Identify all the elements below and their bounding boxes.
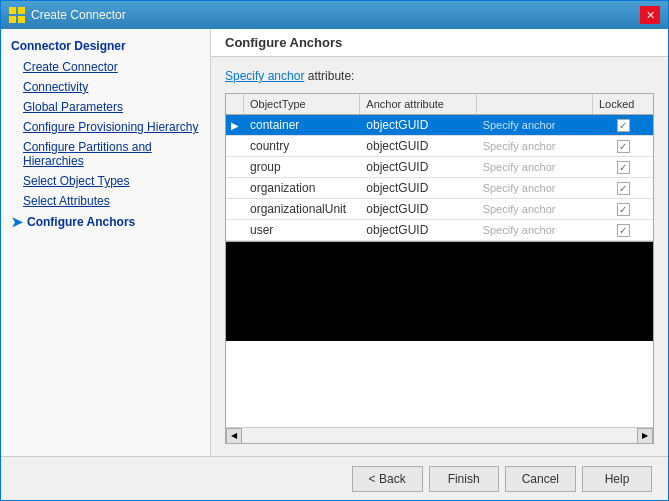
specify-anchor-button[interactable]: Specify anchor bbox=[477, 116, 593, 134]
cell-object-type: organization bbox=[244, 178, 360, 198]
col-object-type: ObjectType bbox=[244, 94, 360, 114]
table-header: ObjectType Anchor attribute Locked bbox=[226, 94, 653, 115]
scroll-right-button[interactable]: ▶ bbox=[637, 428, 653, 444]
sidebar-item-connectivity[interactable]: Connectivity bbox=[1, 77, 210, 97]
help-button[interactable]: Help bbox=[582, 466, 652, 492]
table-row[interactable]: user objectGUID Specify anchor ✓ bbox=[226, 220, 653, 241]
specify-anchor-button[interactable]: Specify anchor bbox=[477, 221, 593, 239]
table-row[interactable]: group objectGUID Specify anchor ✓ bbox=[226, 157, 653, 178]
horizontal-scrollbar[interactable]: ◀ ▶ bbox=[226, 427, 653, 443]
locked-checkbox[interactable]: ✓ bbox=[617, 119, 630, 132]
svg-rect-0 bbox=[9, 7, 16, 14]
cell-object-type: user bbox=[244, 220, 360, 240]
cell-anchor-attribute: objectGUID bbox=[360, 178, 476, 198]
main-panel: Configure Anchors Specify anchor attribu… bbox=[211, 29, 668, 456]
locked-checkbox-cell: ✓ bbox=[593, 158, 653, 177]
svg-rect-3 bbox=[18, 16, 25, 23]
table-row[interactable]: organizationalUnit objectGUID Specify an… bbox=[226, 199, 653, 220]
locked-checkbox-cell: ✓ bbox=[593, 116, 653, 135]
locked-checkbox[interactable]: ✓ bbox=[617, 224, 630, 237]
specify-text: Specify anchor attribute: bbox=[225, 69, 654, 83]
close-button[interactable]: ✕ bbox=[640, 6, 660, 24]
row-arrow-icon: ▶ bbox=[226, 120, 244, 131]
sidebar-item-configure-partitions[interactable]: Configure Partitions and Hierarchies bbox=[1, 137, 210, 171]
cell-anchor-attribute: objectGUID bbox=[360, 136, 476, 156]
footer: < Back Finish Cancel Help bbox=[1, 456, 668, 500]
col-selector bbox=[226, 94, 244, 114]
specify-anchor-button[interactable]: Specify anchor bbox=[477, 158, 593, 176]
cell-anchor-attribute: objectGUID bbox=[360, 157, 476, 177]
col-specify bbox=[477, 94, 593, 114]
anchor-table: ObjectType Anchor attribute Locked ▶ con… bbox=[225, 93, 654, 444]
app-icon bbox=[9, 7, 25, 23]
table-body: ▶ container objectGUID Specify anchor ✓ … bbox=[226, 115, 653, 427]
sidebar-item-configure-anchors-label: Configure Anchors bbox=[27, 215, 135, 229]
locked-checkbox[interactable]: ✓ bbox=[617, 182, 630, 195]
finish-button[interactable]: Finish bbox=[429, 466, 499, 492]
sidebar-item-create-connector[interactable]: Create Connector bbox=[1, 57, 210, 77]
sidebar-item-global-parameters[interactable]: Global Parameters bbox=[1, 97, 210, 117]
col-anchor-attribute: Anchor attribute bbox=[360, 94, 476, 114]
title-bar-left: Create Connector bbox=[9, 7, 126, 23]
locked-checkbox-cell: ✓ bbox=[593, 200, 653, 219]
svg-rect-1 bbox=[18, 7, 25, 14]
locked-checkbox[interactable]: ✓ bbox=[617, 140, 630, 153]
sidebar: Connector Designer Create Connector Conn… bbox=[1, 29, 211, 456]
arrow-icon: ➤ bbox=[11, 214, 23, 230]
cell-object-type: container bbox=[244, 115, 360, 135]
sidebar-item-configure-provisioning[interactable]: Configure Provisioning Hierarchy bbox=[1, 117, 210, 137]
content-area: Connector Designer Create Connector Conn… bbox=[1, 29, 668, 456]
black-preview-area bbox=[226, 241, 653, 341]
specify-anchor-link[interactable]: Specify anchor bbox=[225, 69, 304, 83]
title-bar: Create Connector ✕ bbox=[1, 1, 668, 29]
cancel-button[interactable]: Cancel bbox=[505, 466, 576, 492]
back-button[interactable]: < Back bbox=[352, 466, 423, 492]
window-title: Create Connector bbox=[31, 8, 126, 22]
table-row[interactable]: country objectGUID Specify anchor ✓ bbox=[226, 136, 653, 157]
sidebar-item-select-object-types[interactable]: Select Object Types bbox=[1, 171, 210, 191]
panel-content: Specify anchor attribute: ObjectType Anc… bbox=[211, 57, 668, 456]
sidebar-item-configure-anchors[interactable]: ➤ Configure Anchors bbox=[1, 211, 210, 233]
table-row[interactable]: organization objectGUID Specify anchor ✓ bbox=[226, 178, 653, 199]
specify-anchor-button[interactable]: Specify anchor bbox=[477, 179, 593, 197]
panel-header: Configure Anchors bbox=[211, 29, 668, 57]
specify-text-suffix: attribute: bbox=[304, 69, 354, 83]
sidebar-item-select-attributes[interactable]: Select Attributes bbox=[1, 191, 210, 211]
cell-object-type: organizationalUnit bbox=[244, 199, 360, 219]
cell-anchor-attribute: objectGUID bbox=[360, 115, 476, 135]
sidebar-header: Connector Designer bbox=[1, 33, 210, 57]
svg-rect-2 bbox=[9, 16, 16, 23]
locked-checkbox-cell: ✓ bbox=[593, 179, 653, 198]
specify-anchor-button[interactable]: Specify anchor bbox=[477, 200, 593, 218]
locked-checkbox-cell: ✓ bbox=[593, 221, 653, 240]
specify-anchor-button[interactable]: Specify anchor bbox=[477, 137, 593, 155]
locked-checkbox[interactable]: ✓ bbox=[617, 161, 630, 174]
locked-checkbox-cell: ✓ bbox=[593, 137, 653, 156]
table-row[interactable]: ▶ container objectGUID Specify anchor ✓ bbox=[226, 115, 653, 136]
cell-object-type: country bbox=[244, 136, 360, 156]
scrollbar-track bbox=[242, 430, 637, 442]
scroll-left-button[interactable]: ◀ bbox=[226, 428, 242, 444]
locked-checkbox[interactable]: ✓ bbox=[617, 203, 630, 216]
cell-anchor-attribute: objectGUID bbox=[360, 220, 476, 240]
cell-object-type: group bbox=[244, 157, 360, 177]
cell-anchor-attribute: objectGUID bbox=[360, 199, 476, 219]
main-window: Create Connector ✕ Connector Designer Cr… bbox=[0, 0, 669, 501]
col-locked: Locked bbox=[593, 94, 653, 114]
